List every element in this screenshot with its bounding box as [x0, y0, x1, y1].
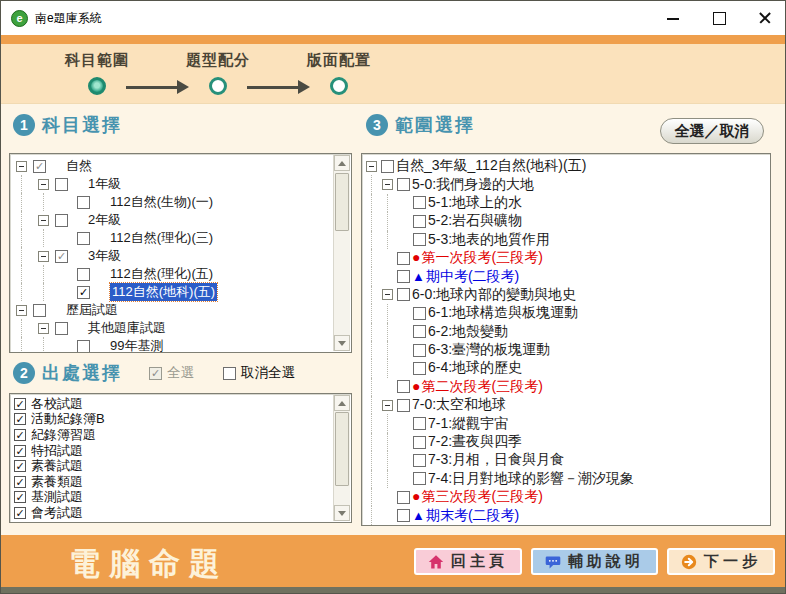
tree-label[interactable]: 7-0:太空和地球 [412, 396, 506, 414]
checkbox-unchecked[interactable] [33, 304, 46, 317]
checkbox-unchecked[interactable] [413, 362, 426, 375]
checkbox-unchecked[interactable] [413, 344, 426, 357]
tree-label[interactable]: 6-4:地球的歷史 [428, 359, 522, 377]
checkbox-unchecked[interactable] [413, 325, 426, 338]
list-item[interactable]: ✓特招試題 [10, 443, 351, 459]
checkbox-unchecked[interactable] [413, 196, 426, 209]
tree-node[interactable]: 7-2:晝夜與四季 [362, 433, 770, 451]
close-icon[interactable] [757, 10, 773, 26]
expander-minus-icon[interactable] [16, 305, 27, 316]
checkbox-unchecked[interactable] [413, 307, 426, 320]
expander-minus-icon[interactable] [38, 251, 49, 262]
tree-label[interactable]: 99年基測 [110, 337, 163, 353]
checkbox-unchecked[interactable] [397, 399, 410, 412]
tree-label[interactable]: ●第三次段考(三段考) [412, 488, 543, 506]
subject-tree-scrollbar[interactable] [333, 155, 350, 351]
checkbox-unchecked[interactable] [397, 288, 410, 301]
tree-node[interactable]: 1年級 [10, 175, 351, 193]
tree-label[interactable]: 5-0:我們身邊的大地 [412, 176, 534, 194]
tree-label[interactable]: ▲期末考(二段考) [412, 507, 519, 525]
tree-label[interactable]: 5-3:地表的地質作用 [428, 231, 550, 249]
tree-label[interactable]: 2年級 [88, 211, 121, 229]
tree-node[interactable]: ●第三次段考(三段考) [362, 488, 770, 506]
tree-node[interactable]: ▲期中考(二段考) [362, 267, 770, 285]
tree-label[interactable]: 6-1:地球構造與板塊運動 [428, 304, 578, 322]
tree-node[interactable]: 歷屆試題 [10, 301, 351, 319]
tree-node[interactable]: 6-3:臺灣的板塊運動 [362, 341, 770, 359]
tree-node[interactable]: 其他題庫試題 [10, 319, 351, 337]
expander-minus-icon[interactable] [382, 400, 393, 411]
checkbox-checked[interactable]: ✓ [77, 286, 90, 299]
checkbox-mixed[interactable]: ✓ [55, 250, 68, 263]
checkbox-checked[interactable]: ✓ [14, 398, 26, 410]
tree-label[interactable]: 6-2:地殼變動 [428, 323, 508, 341]
tree-label[interactable]: 6-0:地球內部的變動與地史 [412, 286, 576, 304]
checkbox-unchecked[interactable] [413, 215, 426, 228]
checkbox-checked[interactable]: ✓ [14, 491, 26, 503]
tree-node[interactable]: 2年級 [10, 211, 351, 229]
deselect-all-checkbox[interactable]: 取消全選 [223, 364, 295, 382]
list-item[interactable]: ✓會考試題 [10, 505, 351, 521]
tree-label[interactable]: 其他題庫試題 [88, 319, 166, 337]
list-item[interactable]: ✓各校試題 [10, 396, 351, 412]
tree-label[interactable]: 7-3:月相，日食與月食 [428, 451, 564, 469]
list-item[interactable]: ✓素養試題 [10, 458, 351, 474]
tree-label[interactable]: 5-1:地球上的水 [428, 194, 522, 212]
tree-node[interactable]: 5-0:我們身邊的大地 [362, 175, 770, 193]
checkbox-unchecked[interactable] [77, 340, 90, 353]
tree-node[interactable]: ✓自然 [10, 157, 351, 175]
scroll-down-icon[interactable] [334, 505, 350, 521]
checkbox-unchecked[interactable] [55, 178, 68, 191]
checkbox-unchecked[interactable] [397, 178, 410, 191]
scroll-down-icon[interactable] [334, 335, 350, 351]
checkbox-checked[interactable]: ✓ [14, 507, 26, 519]
expander-minus-icon[interactable] [382, 289, 393, 300]
tree-label[interactable]: 7-1:縱觀宇宙 [428, 415, 508, 433]
tree-label[interactable]: 1年級 [88, 175, 121, 193]
tree-label[interactable]: 6-3:臺灣的板塊運動 [428, 341, 550, 359]
checkbox-checked[interactable]: ✓ [14, 429, 26, 441]
tree-node[interactable]: 自然_3年級_112自然(地科)(五) [362, 157, 770, 175]
tree-label[interactable]: ●第二次段考(三段考) [412, 378, 543, 396]
tree-node[interactable]: 112自然(生物)(一) [10, 193, 351, 211]
tree-node[interactable]: 6-0:地球內部的變動與地史 [362, 286, 770, 304]
checkbox-unchecked[interactable] [413, 233, 426, 246]
scroll-up-icon[interactable] [334, 395, 350, 411]
tree-node[interactable]: 6-1:地球構造與板塊運動 [362, 304, 770, 322]
checkbox-unchecked[interactable] [413, 454, 426, 467]
checkbox-unchecked[interactable] [413, 436, 426, 449]
checkbox-unchecked[interactable] [413, 417, 426, 430]
tree-node[interactable]: 6-4:地球的歷史 [362, 359, 770, 377]
tree-node[interactable]: ●第一次段考(三段考) [362, 249, 770, 267]
list-item[interactable]: ✓素養類題 [10, 474, 351, 490]
tree-label[interactable]: 112自然(生物)(一) [110, 193, 213, 211]
expander-minus-icon[interactable] [382, 179, 393, 190]
tree-label[interactable]: 自然 [66, 157, 92, 175]
tree-node[interactable]: 99年基測 [10, 337, 351, 353]
next-step-button[interactable]: 下一步 [667, 548, 775, 575]
tree-label[interactable]: 5-2:岩石與礦物 [428, 212, 522, 230]
expander-minus-icon[interactable] [38, 179, 49, 190]
checkbox-unchecked[interactable] [223, 367, 236, 380]
select-all-checkbox[interactable]: 全選 [149, 364, 194, 382]
checkbox-mixed[interactable]: ✓ [33, 160, 46, 173]
scrollbar-thumb[interactable] [335, 412, 349, 486]
tree-node[interactable]: 112自然(理化)(三) [10, 229, 351, 247]
tree-node[interactable]: 5-3:地表的地質作用 [362, 231, 770, 249]
home-button[interactable]: 回主頁 [414, 548, 522, 575]
tree-label[interactable]: 自然_3年級_112自然(地科)(五) [396, 157, 586, 175]
help-button[interactable]: 輔助說明 [531, 548, 658, 575]
expander-minus-icon[interactable] [38, 215, 49, 226]
tree-label[interactable]: 7-2:晝夜與四季 [428, 433, 522, 451]
scroll-up-icon[interactable] [334, 155, 350, 171]
expander-minus-icon[interactable] [366, 161, 377, 172]
tree-label[interactable]: ▲期中考(二段考) [412, 268, 519, 286]
checkbox-unchecked[interactable] [77, 232, 90, 245]
expander-minus-icon[interactable] [16, 161, 27, 172]
expander-minus-icon[interactable] [38, 323, 49, 334]
tree-label[interactable]: 歷屆試題 [66, 301, 118, 319]
checkbox-checked[interactable]: ✓ [14, 445, 26, 457]
scrollbar-thumb[interactable] [335, 173, 349, 231]
checkbox-checked[interactable]: ✓ [14, 476, 26, 488]
tree-node[interactable]: 7-4:日月對地球的影響－潮汐現象 [362, 470, 770, 488]
